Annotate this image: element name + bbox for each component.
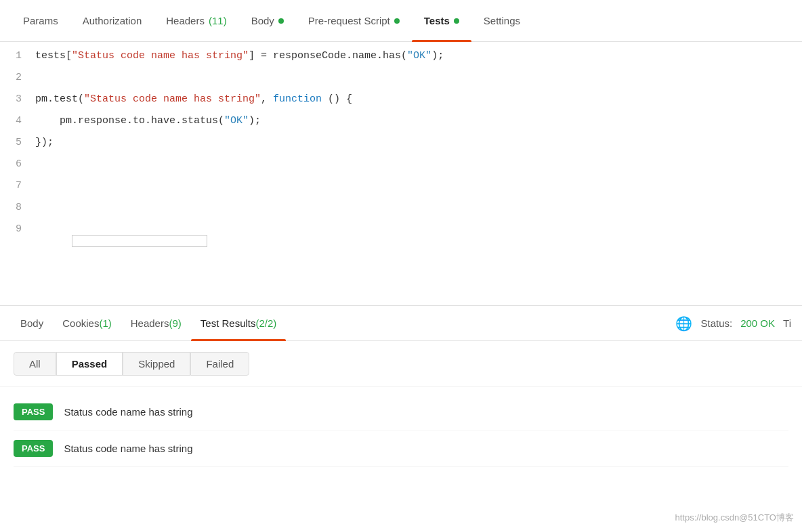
status-label: Status: [700,317,732,329]
tests-dot-icon [454,18,459,24]
tab-params-label: Params [23,15,58,26]
pass-badge-1: PASS [14,403,53,420]
filter-all-button[interactable]: All [14,352,56,376]
line-number-7: 7 [0,180,35,192]
tab-settings-label: Settings [484,15,520,26]
line-content-5: }); [35,137,802,148]
body-dot-icon [278,18,284,24]
filter-passed-button[interactable]: Passed [56,352,123,376]
filter-bar: All Passed Skipped Failed [0,341,802,387]
line-content-3: pm.test("Status code name has string", f… [35,93,802,105]
line-number-3: 3 [0,93,35,105]
top-tab-bar: Params Authorization Headers (11) Body P… [0,0,802,42]
filter-skipped-button[interactable]: Skipped [123,352,190,376]
tab-response-headers[interactable]: Headers (9) [121,306,191,341]
code-line-4: 4 pm.response.to.have.status("OK"); [0,114,802,135]
code-editor[interactable]: 1 tests["Status code name has string"] =… [0,42,802,306]
code-line-3: 3 pm.test("Status code name has string",… [0,92,802,114]
status-section: 🌐 Status: 200 OK Ti [675,315,791,332]
tab-body-label: Body [251,15,274,26]
test-name-2: Status code name has string [64,443,192,454]
line-content-4: pm.response.to.have.status("OK"); [35,115,802,127]
tab-cookies-label: Cookies [62,317,99,329]
tab-authorization-label: Authorization [83,15,142,26]
code-line-8: 8 [0,200,802,222]
tab-test-results-count: (2/2) [256,317,277,329]
tab-settings[interactable]: Settings [471,0,532,42]
line-number-8: 8 [0,202,35,213]
line-content-2 [35,72,802,83]
tab-tests-label: Tests [424,15,450,26]
tab-response-headers-label: Headers [131,317,169,329]
code-line-5: 5 }); [0,135,802,157]
line-number-5: 5 [0,137,35,148]
tab-cookies[interactable]: Cookies (1) [53,306,121,341]
tab-body[interactable]: Body [239,0,296,42]
tab-tests[interactable]: Tests [412,0,471,42]
line-content-7 [35,180,802,192]
bottom-tab-bar: Body Cookies (1) Headers (9) Test Result… [0,306,802,341]
line-number-1: 1 [0,50,35,62]
tab-headers-count: (11) [209,15,227,26]
tab-response-body[interactable]: Body [11,306,53,341]
tab-test-results-label: Test Results [200,317,256,329]
code-line-6: 6 [0,157,802,179]
status-value: 200 OK [740,317,775,329]
tab-params[interactable]: Params [11,0,70,42]
test-name-1: Status code name has string [64,406,192,418]
prerequest-dot-icon [394,18,400,24]
globe-icon: 🌐 [675,315,692,332]
line-content-6 [35,158,802,170]
tab-headers-label: Headers [166,15,205,26]
line-number-2: 2 [0,72,35,83]
watermark: https://blog.csdn@51CTO博客 [675,512,794,524]
tab-test-results[interactable]: Test Results (2/2) [191,306,287,341]
line-number-6: 6 [0,158,35,170]
tab-response-headers-count: (9) [169,317,181,329]
line-content-9 [35,223,802,259]
code-line-1: 1 tests["Status code name has string"] =… [0,49,802,70]
line-number-4: 4 [0,115,35,127]
pass-badge-2: PASS [14,440,53,457]
test-results-list: PASS Status code name has string PASS St… [0,387,802,474]
test-result-item: PASS Status code name has string [14,394,788,430]
line-content-8 [35,202,802,213]
tab-prerequest-label: Pre-request Script [308,15,390,26]
test-result-item: PASS Status code name has string [14,430,788,467]
line-content-1: tests["Status code name has string"] = r… [35,50,802,62]
code-line-7: 7 [0,179,802,200]
time-label: Ti [783,317,791,329]
tab-cookies-count: (1) [99,317,111,329]
code-line-2: 2 [0,70,802,92]
response-area: Body Cookies (1) Headers (9) Test Result… [0,306,802,474]
code-line-9: 9 [0,222,802,260]
filter-failed-button[interactable]: Failed [190,352,249,376]
tab-prerequest[interactable]: Pre-request Script [296,0,412,42]
line-number-9: 9 [0,223,35,235]
tab-authorization[interactable]: Authorization [70,0,154,42]
tab-response-body-label: Body [20,317,43,329]
tab-headers[interactable]: Headers (11) [154,0,238,42]
